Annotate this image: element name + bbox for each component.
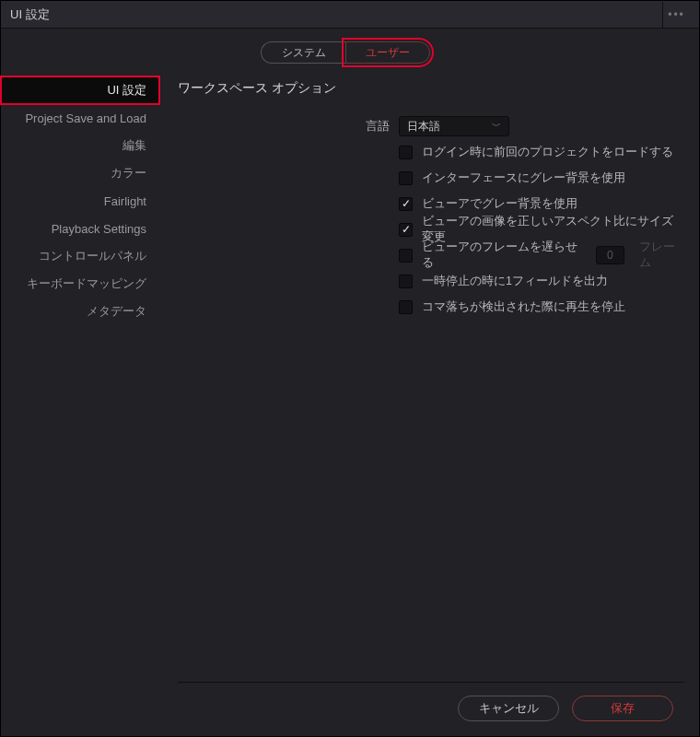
sidebar-item-project-save-load[interactable]: Project Save and Load (1, 104, 159, 132)
cancel-button[interactable]: キャンセル (458, 696, 559, 721)
sidebar-item-keyboard-mapping[interactable]: キーボードマッピング (1, 270, 159, 298)
language-dropdown[interactable]: 日本語 ﹀ (399, 116, 509, 136)
tab-user-label: ユーザー (366, 45, 410, 61)
footer: キャンセル 保存 (178, 696, 684, 721)
sidebar-item-label: コントロールパネル (39, 248, 146, 264)
language-row: 言語 日本語 ﹀ (178, 113, 684, 139)
save-button[interactable]: 保存 (572, 696, 673, 721)
tab-user[interactable]: ユーザー (345, 41, 430, 64)
check-label: 一時停止の時に1フィールドを出力 (422, 274, 608, 289)
cancel-button-label: キャンセル (479, 700, 539, 717)
check-label: インターフェースにグレー背景を使用 (422, 170, 625, 186)
sidebar-item-edit[interactable]: 編集 (1, 132, 159, 159)
check-load-last-project: ログイン時に前回のプロジェクトをロードする (178, 139, 684, 165)
checkbox-gray-interface[interactable] (399, 171, 413, 185)
sidebar-item-label: Fairlight (104, 194, 146, 208)
sidebar-item-color[interactable]: カラー (1, 159, 159, 187)
check-delay-frames: ビューアのフレームを遅らせる 0 フレーム (178, 242, 684, 268)
sidebar-item-control-panel[interactable]: コントロールパネル (1, 242, 159, 270)
sidebar: UI 設定 Project Save and Load 編集 カラー Fairl… (1, 76, 159, 725)
content-panel: ワークスペース オプション 言語 日本語 ﹀ ログイン時に前回のプロジェクトをロ… (159, 76, 690, 725)
check-label: ビューアのフレームを遅らせる (422, 240, 581, 271)
overflow-menu-icon[interactable]: ••• (662, 2, 690, 28)
check-label: ログイン時に前回のプロジェクトをロードする (422, 145, 673, 160)
top-tabs: システム ユーザー (1, 41, 690, 64)
sidebar-item-fairlight[interactable]: Fairlight (1, 187, 159, 215)
sidebar-item-label: UI 設定 (107, 82, 146, 99)
sidebar-item-label: キーボードマッピング (27, 275, 146, 292)
check-stop-on-drop: コマ落ちが検出された際に再生を停止 (178, 294, 684, 320)
titlebar: UI 設定 ••• (1, 1, 699, 29)
check-label: コマ落ちが検出された際に再生を停止 (422, 299, 625, 315)
sidebar-item-metadata[interactable]: メタデータ (1, 298, 159, 325)
dialog-body: システム ユーザー UI 設定 Project Save and Load 編集… (1, 29, 699, 736)
sidebar-item-playback-settings[interactable]: Playback Settings (1, 215, 159, 242)
checkbox-correct-aspect[interactable] (399, 223, 413, 237)
sidebar-item-label: 編集 (122, 137, 146, 154)
tab-system-label: システム (282, 45, 326, 61)
checkbox-stop-on-drop[interactable] (399, 300, 413, 314)
window-title: UI 設定 (10, 6, 50, 23)
check-gray-viewer: ビューアでグレー背景を使用 (178, 191, 684, 216)
chevron-down-icon: ﹀ (492, 120, 501, 133)
check-correct-aspect: ビューアの画像を正しいアスペクト比にサイズ変更 (178, 216, 684, 242)
check-output-one-field: 一時停止の時に1フィールドを出力 (178, 268, 684, 294)
sidebar-item-label: Playback Settings (52, 222, 146, 236)
language-value: 日本語 (407, 119, 440, 135)
check-gray-interface: インターフェースにグレー背景を使用 (178, 165, 684, 191)
language-label: 言語 (178, 119, 390, 135)
sidebar-item-label: カラー (111, 165, 146, 181)
checkbox-load-last-project[interactable] (399, 146, 413, 159)
sidebar-item-ui-settings[interactable]: UI 設定 (1, 76, 159, 104)
checkbox-delay-frames[interactable] (399, 249, 413, 263)
check-label: ビューアでグレー背景を使用 (422, 196, 578, 212)
settings-window: UI 設定 ••• システム ユーザー UI 設定 Project Save a… (0, 0, 700, 737)
delay-frames-input[interactable]: 0 (596, 246, 624, 264)
delay-frames-unit: フレーム (639, 240, 684, 271)
tab-system[interactable]: システム (261, 41, 345, 64)
section-title: ワークスペース オプション (178, 80, 684, 97)
save-button-label: 保存 (611, 700, 635, 717)
sidebar-item-label: メタデータ (87, 303, 146, 320)
sidebar-item-label: Project Save and Load (25, 111, 146, 125)
checkbox-output-one-field[interactable] (399, 275, 413, 288)
checkbox-gray-viewer[interactable] (399, 197, 413, 211)
